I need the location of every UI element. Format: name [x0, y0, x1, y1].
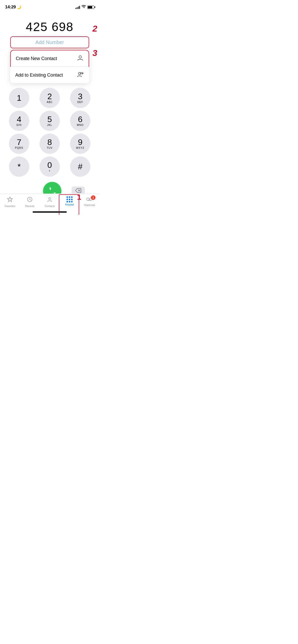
recents-icon [27, 196, 33, 204]
person-plus-icon [77, 71, 84, 79]
key-number-2: 2 [47, 92, 52, 100]
status-icons [75, 5, 94, 9]
home-indicator [33, 211, 67, 213]
key-*[interactable]: * [9, 156, 29, 177]
key-5[interactable]: 5JKL [39, 111, 60, 131]
svg-point-0 [79, 56, 82, 58]
keypad: 12ABC3DEF4GHI5JKL6MNO7PQRS8TUV9WXYZ*0+# [0, 85, 99, 179]
battery-icon [87, 6, 94, 9]
tab-recents[interactable]: Recents [22, 196, 37, 208]
status-bar: 14:29 🌙 [0, 0, 99, 12]
key-4[interactable]: 4GHI [9, 111, 29, 131]
key-letters-5: JKL [47, 124, 52, 126]
signal-bar-4 [79, 6, 80, 9]
red-label-3: 3 [92, 48, 97, 58]
signal-bar-3 [78, 7, 79, 9]
key-number-8: 8 [47, 138, 52, 146]
key-3[interactable]: 3DEF [70, 88, 90, 108]
battery-fill [88, 6, 92, 8]
key-9[interactable]: 9WXYZ [70, 134, 90, 154]
dropdown-container: Add Number Create New Contact Add to Exi… [10, 36, 89, 83]
dropdown-menu: Create New Contact Add to Existing Conta… [10, 50, 89, 83]
key-#[interactable]: # [70, 156, 90, 177]
key-letters-3: DEF [77, 101, 83, 104]
key-6[interactable]: 6MNO [70, 111, 90, 131]
wifi-icon [82, 5, 86, 9]
moon-icon: 🌙 [17, 5, 21, 9]
person-add-icon [77, 54, 84, 63]
contacts-label: Contacts [45, 205, 55, 208]
key-number-7: 7 [17, 138, 21, 146]
keypad-grid-icon [66, 196, 73, 202]
key-0[interactable]: 0+ [39, 156, 60, 177]
signal-bar-1 [75, 8, 76, 9]
key-number-6: 6 [78, 115, 83, 123]
key-letters-8: TUV [47, 147, 53, 149]
favorites-icon [7, 196, 13, 204]
key-8[interactable]: 8TUV [39, 134, 60, 154]
add-to-contact-label: Add to Existing Contact [15, 72, 63, 78]
key-letters-9: WXYZ [76, 147, 85, 149]
create-contact-item[interactable]: Create New Contact [10, 50, 89, 67]
tab-contacts[interactable]: Contacts [42, 196, 57, 208]
key-letters-6: MNO [77, 124, 84, 126]
key-7[interactable]: 7PQRS [9, 134, 29, 154]
favorites-label: Favorites [5, 205, 15, 208]
key-number-0: 0 [47, 161, 52, 169]
tab-favorites[interactable]: Favorites [2, 196, 18, 208]
add-number-button[interactable]: Add Number [10, 36, 89, 48]
voicemail-badge: 1 [91, 195, 96, 200]
voicemail-label: Voicemail [84, 204, 95, 207]
key-number-1: 1 [17, 94, 21, 102]
key-letters-4: GHI [17, 124, 22, 126]
tab-keypad[interactable]: Keypad 1 [62, 196, 77, 206]
keypad-icon [66, 196, 73, 202]
recents-label: Recents [25, 205, 35, 208]
key-number-*: * [18, 163, 21, 171]
add-to-contact-item[interactable]: Add to Existing Contact [10, 67, 89, 83]
phone-display: 425 698 [0, 20, 99, 34]
svg-point-9 [87, 198, 89, 200]
contacts-icon [47, 196, 53, 204]
key-letters-2: ABC [47, 101, 53, 104]
key-letters-0: + [49, 169, 51, 172]
key-number-9: 9 [78, 138, 83, 146]
svg-point-8 [49, 198, 51, 200]
status-time: 14:29 [5, 5, 16, 10]
key-2[interactable]: 2ABC [39, 88, 60, 108]
key-number-3: 3 [78, 92, 83, 100]
tab-voicemail[interactable]: Voicemail 1 [82, 196, 97, 207]
key-number-5: 5 [47, 115, 52, 123]
key-number-#: # [78, 163, 83, 171]
create-contact-label: Create New Contact [16, 56, 57, 61]
keypad-label: Keypad [65, 203, 74, 206]
key-number-4: 4 [17, 115, 21, 123]
signal-bars [75, 5, 80, 9]
key-1[interactable]: 1 [9, 88, 29, 108]
red-label-1: 1 [77, 193, 81, 201]
key-letters-7: PQRS [15, 147, 23, 149]
red-label-2: 2 [92, 24, 97, 34]
phone-number: 425 698 [26, 20, 74, 34]
signal-bar-2 [77, 7, 77, 9]
